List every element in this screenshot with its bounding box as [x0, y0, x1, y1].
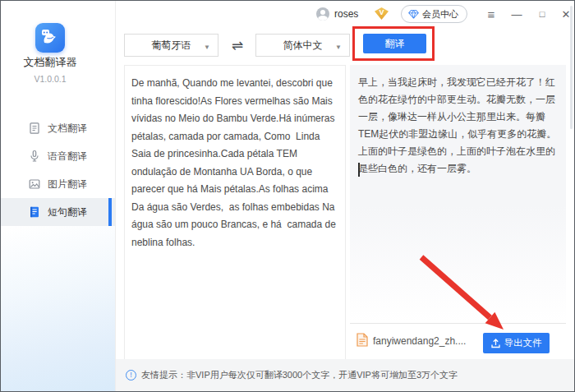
chevron-down-icon: ▼: [204, 44, 210, 51]
source-language-dropdown[interactable]: 葡萄牙语 ▼: [124, 34, 218, 57]
username-label: roses: [334, 8, 358, 20]
phrase-icon: [28, 205, 41, 219]
app-logo-icon: [35, 23, 65, 53]
sidebar-item-image-translate[interactable]: 图片翻译: [1, 170, 115, 198]
sidebar-menu: 文档翻译 语音翻译 图片翻译 短句翻译: [1, 114, 115, 226]
sidebar-item-label: 文档翻译: [48, 122, 87, 136]
sidebar-item-label: 语音翻译: [48, 150, 87, 164]
source-text-area[interactable]: De manhã, Quando me levantei, descobri q…: [124, 65, 346, 361]
target-language-value: 简体中文: [283, 39, 323, 53]
app-version: V1.0.0.1: [1, 74, 99, 84]
sidebar-item-label: 短句翻译: [48, 205, 87, 219]
text-cursor: [358, 163, 360, 177]
sidebar: 文档翻译器 V1.0.0.1 文档翻译 语音翻译 图片翻译: [1, 1, 116, 391]
app-window: 文档翻译器 V1.0.0.1 文档翻译 语音翻译 图片翻译: [0, 0, 575, 392]
export-divider: [350, 323, 566, 324]
gem-icon: [408, 10, 419, 19]
chevron-down-icon: ▼: [335, 44, 342, 51]
translate-button[interactable]: 翻译: [363, 34, 426, 53]
member-center-button[interactable]: 会员中心: [401, 5, 467, 23]
info-icon: !: [126, 370, 136, 380]
vip-badge-icon[interactable]: V: [375, 7, 389, 20]
sidebar-item-phrase-translate[interactable]: 短句翻译: [1, 198, 115, 226]
target-text-area[interactable]: 早上，当我起床时，我发现它已经开花了！红色的花在绿竹的中部更生动。花瓣无数，一层…: [350, 65, 566, 323]
target-language-dropdown[interactable]: 简体中文 ▼: [255, 34, 350, 57]
file-icon: [356, 333, 368, 347]
sidebar-item-document-translate[interactable]: 文档翻译: [1, 114, 115, 142]
swap-languages-icon[interactable]: ⇌: [224, 34, 251, 57]
footer-bar: ! 友情提示：非VIP用户每次仅可翻译3000个文字，开通VIP将可增加至3万个…: [116, 359, 574, 391]
app-title: 文档翻译器: [1, 55, 99, 70]
member-center-label: 会员中心: [422, 8, 458, 21]
export-file-label: 导出文件: [504, 337, 542, 349]
minimize-icon[interactable]: —: [508, 6, 526, 22]
document-icon: [28, 122, 41, 135]
sidebar-item-voice-translate[interactable]: 语音翻译: [1, 142, 115, 170]
export-filename: fanyiwendang2_zh....: [373, 335, 466, 347]
footer-tip: 友情提示：非VIP用户每次仅可翻译3000个文字，开通VIP将可增加至3万个文字: [141, 369, 458, 381]
image-icon: [28, 178, 41, 191]
upload-icon: [491, 339, 500, 348]
sidebar-item-label: 图片翻译: [48, 178, 87, 191]
microphone-icon: [28, 150, 41, 163]
user-avatar[interactable]: [316, 7, 329, 21]
maximize-icon[interactable]: □: [533, 6, 551, 22]
window-menu-icon[interactable]: ≡: [482, 6, 500, 22]
scrollbar-thumb[interactable]: [570, 6, 573, 129]
export-file-button[interactable]: 导出文件: [483, 333, 550, 353]
source-language-value: 葡萄牙语: [152, 39, 191, 53]
